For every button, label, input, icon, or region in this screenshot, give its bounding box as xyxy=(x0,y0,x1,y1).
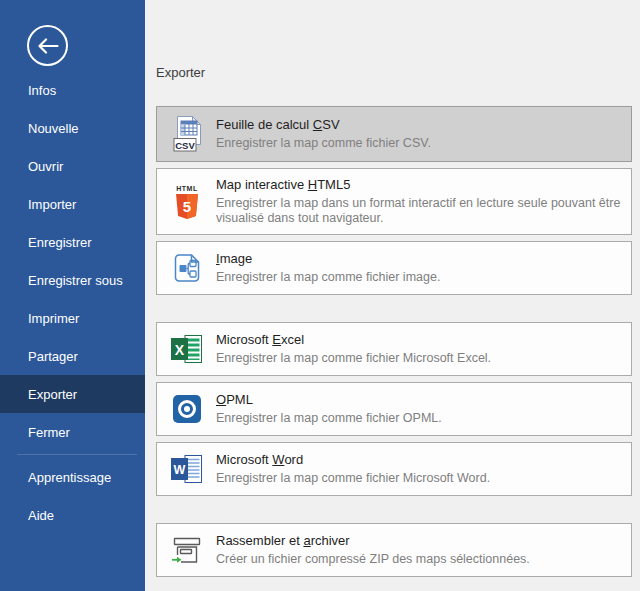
svg-text:X: X xyxy=(175,342,185,358)
sidebar-item-ouvrir[interactable]: Ouvrir xyxy=(0,147,145,185)
sidebar-item-importer[interactable]: Importer xyxy=(0,185,145,223)
title-accelerator: a xyxy=(303,533,310,548)
tile-text: OPML Enregistrer la map comme fichier OP… xyxy=(216,392,442,426)
title-pre: Rassembler et xyxy=(216,533,303,548)
svg-text:HTML: HTML xyxy=(176,185,198,192)
sidebar-item-aide[interactable]: Aide xyxy=(0,496,145,534)
tile-description: Enregistrer la map comme fichier Microso… xyxy=(216,351,491,366)
tile-text: Map interactive HTML5 Enregistrer la map… xyxy=(216,177,621,226)
svg-text:5: 5 xyxy=(183,198,191,215)
svg-text:W: W xyxy=(174,463,186,477)
word-logo-icon: W xyxy=(167,453,207,485)
tile-text: Microsoft Word Enregistrer la map comme … xyxy=(216,452,490,486)
sidebar-item-partager[interactable]: Partager xyxy=(0,337,145,375)
opml-logo-icon xyxy=(167,394,207,424)
backstage-view: Infos Nouvelle Ouvrir Importer Enregistr… xyxy=(0,0,640,591)
tile-title: Microsoft Word xyxy=(216,452,490,468)
tile-text: Microsoft Excel Enregistrer la map comme… xyxy=(216,332,491,366)
sidebar-item-imprimer[interactable]: Imprimer xyxy=(0,299,145,337)
sidebar-item-enregistrer[interactable]: Enregistrer xyxy=(0,223,145,261)
sidebar: Infos Nouvelle Ouvrir Importer Enregistr… xyxy=(0,0,145,591)
tile-title: Microsoft Excel xyxy=(216,332,491,348)
page-title: Exporter xyxy=(156,65,632,80)
back-button[interactable] xyxy=(27,25,68,66)
title-post: xcel xyxy=(281,332,304,347)
image-file-icon xyxy=(167,252,207,284)
export-option-html5[interactable]: HTML 5 Map interactive HTML5 Enregistrer… xyxy=(156,168,632,235)
title-pre: Microsoft xyxy=(216,452,272,467)
tile-text: Feuille de calcul CSV Enregistrer la map… xyxy=(216,117,431,151)
title-accelerator: H xyxy=(308,177,317,192)
tile-description: Enregistrer la map comme fichier image. xyxy=(216,270,440,285)
title-accelerator: O xyxy=(216,392,226,407)
title-post: rchiver xyxy=(311,533,350,548)
sidebar-divider xyxy=(17,454,137,455)
title-pre: Microsoft xyxy=(216,332,272,347)
tile-title: OPML xyxy=(216,392,442,408)
svg-text:CSV: CSV xyxy=(175,140,195,151)
title-post: TML5 xyxy=(317,177,350,192)
tile-description: Enregistrer la map comme fichier OPML. xyxy=(216,411,442,426)
title-post: PML xyxy=(226,392,253,407)
title-pre: Feuille de calcul xyxy=(216,117,313,132)
sidebar-menu: Infos Nouvelle Ouvrir Importer Enregistr… xyxy=(0,71,145,534)
sidebar-item-exporter[interactable]: Exporter xyxy=(0,375,145,413)
tile-text: Image Enregistrer la map comme fichier i… xyxy=(216,251,440,285)
tile-title: Map interactive HTML5 xyxy=(216,177,621,193)
sidebar-item-enregistrer-sous[interactable]: Enregistrer sous xyxy=(0,261,145,299)
title-accelerator: C xyxy=(313,117,322,132)
export-option-csv[interactable]: CSV Feuille de calcul CSV Enregistrer la… xyxy=(156,106,632,162)
tile-description: Enregistrer la map comme fichier Microso… xyxy=(216,471,490,486)
tile-description: Enregistrer la map comme fichier CSV. xyxy=(216,136,431,151)
title-post: SV xyxy=(322,117,339,132)
sidebar-item-fermer[interactable]: Fermer xyxy=(0,413,145,451)
tile-description: Créer un fichier compressé ZIP des maps … xyxy=(216,552,530,567)
left-arrow-icon xyxy=(37,38,59,54)
sidebar-item-infos[interactable]: Infos xyxy=(0,71,145,109)
export-option-word[interactable]: W Microsoft Word Enregistrer la map comm… xyxy=(156,442,632,496)
sidebar-item-apprentissage[interactable]: Apprentissage xyxy=(0,458,145,496)
html5-logo-icon: HTML 5 xyxy=(167,183,207,221)
title-post: mage xyxy=(220,251,253,266)
tile-description: Enregistrer la map dans un format intera… xyxy=(216,196,621,226)
title-accelerator: E xyxy=(272,332,281,347)
csv-file-icon: CSV xyxy=(167,115,207,153)
export-options-list: CSV Feuille de calcul CSV Enregistrer la… xyxy=(156,106,632,577)
export-pane: Exporter CSV Feui xyxy=(145,0,640,591)
export-option-opml[interactable]: OPML Enregistrer la map comme fichier OP… xyxy=(156,382,632,436)
export-option-pack-and-go[interactable]: Rassembler et archiver Créer un fichier … xyxy=(156,523,632,577)
export-option-image[interactable]: Image Enregistrer la map comme fichier i… xyxy=(156,241,632,295)
export-option-excel[interactable]: X Microsoft Excel Enregistrer la map com… xyxy=(156,322,632,376)
tile-text: Rassembler et archiver Créer un fichier … xyxy=(216,533,530,567)
excel-logo-icon: X xyxy=(167,333,207,365)
title-pre: Map interactive xyxy=(216,177,308,192)
tile-title: Image xyxy=(216,251,440,267)
sidebar-item-nouvelle[interactable]: Nouvelle xyxy=(0,109,145,147)
title-post: ord xyxy=(284,452,303,467)
title-accelerator: W xyxy=(272,452,284,467)
tile-title: Rassembler et archiver xyxy=(216,533,530,549)
pack-and-go-archive-icon xyxy=(167,534,207,566)
tile-title: Feuille de calcul CSV xyxy=(216,117,431,133)
